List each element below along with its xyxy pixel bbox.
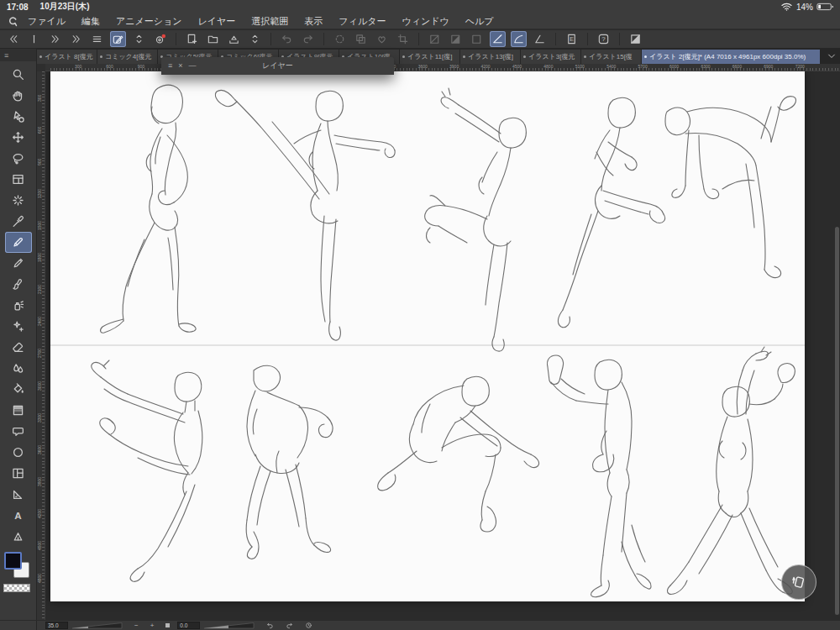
ruler-tool[interactable] [5, 484, 32, 505]
tab-overflow-chevron-icon[interactable] [822, 49, 840, 64]
rotate-left-button[interactable] [266, 622, 274, 629]
reset-view-button[interactable] [305, 622, 312, 629]
navigation-bar: 35.0 − + 0.0 [0, 620, 840, 630]
balloon-tool[interactable] [5, 421, 32, 442]
menu-item-7[interactable]: ウィンドウ [402, 15, 449, 28]
fill-tool[interactable] [5, 379, 32, 400]
pencil-tool[interactable] [5, 253, 32, 274]
operate-tool[interactable] [5, 106, 32, 127]
eyedropper-tool[interactable] [5, 211, 32, 232]
redo-button[interactable] [300, 31, 316, 47]
edit-pen-button[interactable] [110, 31, 126, 47]
drag-handle-button[interactable] [26, 31, 42, 47]
frame-border-tool[interactable] [5, 463, 32, 484]
deselect-button[interactable] [332, 31, 348, 47]
canvas-tab-bar: イラスト 8[復元コミック4[復元コミック5[復元コミック6[復元イラスト9[復… [37, 49, 840, 64]
tool-palette-header[interactable]: ≡ [0, 49, 36, 61]
fit-to-screen-button[interactable] [165, 623, 170, 627]
svg-text:A: A [14, 510, 22, 521]
unsaved-dot-icon [463, 55, 465, 58]
gradient-tool[interactable] [5, 400, 32, 421]
snap-ruler-button[interactable] [490, 31, 506, 47]
zoom-in-button[interactable]: + [150, 622, 155, 629]
rotate-right-button[interactable] [286, 622, 293, 629]
new-canvas-button[interactable] [184, 31, 200, 47]
hand-icon [11, 88, 25, 102]
move-tool[interactable] [5, 127, 32, 148]
zoom-slider[interactable] [71, 622, 123, 629]
text-tool[interactable]: A [5, 505, 32, 526]
brush-tool[interactable] [5, 274, 32, 295]
menu-item-8[interactable]: ヘルプ [465, 15, 494, 28]
airbrush-tool[interactable] [5, 295, 32, 316]
transparent-color-swatch[interactable] [3, 584, 30, 592]
blend-tool[interactable] [5, 358, 32, 379]
menu-item-6[interactable]: フィルター [339, 15, 386, 28]
pen-tool[interactable] [5, 232, 32, 253]
ruler-tick-label: 4200 [38, 509, 42, 518]
clip-studio-logo-icon[interactable] [7, 15, 19, 28]
selection-square-button[interactable] [469, 31, 485, 47]
expand-right-button[interactable] [47, 31, 63, 47]
figure-tool[interactable] [5, 442, 32, 463]
rotate-canvas-floating-button[interactable] [781, 564, 816, 600]
ruler-tick-label: 6600 [732, 65, 742, 69]
copy-paste-button[interactable] [353, 31, 369, 47]
tool-palette-menu-icon[interactable]: ≡ [4, 51, 8, 60]
foreground-color-swatch[interactable] [4, 552, 22, 570]
save-button[interactable] [226, 31, 242, 47]
canvas-page[interactable] [50, 71, 805, 601]
snap-angle-button[interactable] [532, 31, 548, 47]
vertical-scrollbar[interactable] [835, 227, 839, 615]
favorite-button[interactable] [374, 31, 390, 47]
lasso-tool[interactable] [5, 148, 32, 169]
figure-standing-hands-on-hips [101, 85, 197, 333]
crop-button[interactable] [395, 31, 411, 47]
quick-access-button[interactable] [152, 31, 168, 47]
undo-button[interactable] [279, 31, 295, 47]
chevron-updown-2-button[interactable] [247, 31, 263, 47]
canvas-tab-active[interactable]: イラスト 2[復元]* (A4 7016 x 4961px 600dpi 35.… [642, 50, 820, 64]
canvas-tab-8[interactable]: イラスト3[復元 [521, 50, 580, 64]
command-bar: E? [0, 30, 840, 49]
menu-item-3[interactable]: レイヤー [198, 15, 236, 28]
help-button[interactable]: ? [596, 31, 612, 47]
menu-item-4[interactable]: 選択範囲 [251, 15, 288, 28]
collapse-left-button[interactable] [5, 31, 21, 47]
menu-item-0[interactable]: ファイル [28, 15, 66, 28]
canvas-tab-6[interactable]: イラスト11[復] [400, 50, 459, 64]
menu-item-2[interactable]: アニメーション [116, 15, 182, 28]
snap-curve-button[interactable] [511, 31, 527, 47]
toolbar-separator [418, 33, 419, 45]
canvas-tab-1[interactable]: コミック4[復元 [97, 50, 157, 64]
selection-half-button[interactable] [448, 31, 464, 47]
document-e-button[interactable]: E [564, 31, 580, 47]
zoom-tool[interactable] [5, 64, 32, 85]
correct-line-tool[interactable] [5, 526, 32, 547]
figure-flying-kick [558, 97, 664, 327]
main-menu-button[interactable] [89, 31, 105, 47]
zoom-out-button[interactable]: − [134, 622, 139, 629]
ruler-tick-label: 1200 [38, 189, 42, 198]
eraser-tool[interactable] [5, 337, 32, 358]
rotation-slider[interactable] [203, 622, 255, 629]
menu-item-5[interactable]: 表示 [304, 15, 323, 28]
canvas-tab-9[interactable]: イラスト15[復 [581, 50, 641, 64]
invert-colors-button[interactable] [627, 31, 643, 47]
auto-select-tool[interactable] [5, 190, 32, 211]
zoom-value-field[interactable]: 35.0 [45, 622, 68, 629]
canvas-tab-0[interactable]: イラスト 8[復元 [37, 50, 97, 64]
open-folder-button[interactable] [205, 31, 221, 47]
expand-right-2-button[interactable] [68, 31, 84, 47]
unsaved-dot-icon [402, 55, 405, 58]
rotation-value-field[interactable]: 0.0 [177, 622, 200, 629]
toolbar-separator [587, 33, 588, 45]
menu-item-1[interactable]: 編集 [81, 15, 100, 28]
frame-tool[interactable] [5, 169, 32, 190]
layer-palette-bar[interactable]: ≡ × — レイヤー [161, 57, 394, 75]
chevron-updown-button[interactable] [131, 31, 147, 47]
selection-off-button[interactable] [427, 31, 443, 47]
decoration-tool[interactable] [5, 316, 32, 337]
canvas-tab-7[interactable]: イラスト13[復] [460, 50, 520, 64]
hand-tool[interactable] [5, 85, 32, 106]
